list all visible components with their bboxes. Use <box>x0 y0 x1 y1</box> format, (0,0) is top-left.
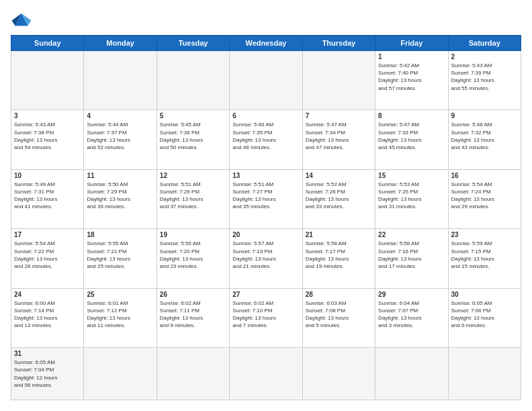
week-row-0: 1Sunrise: 5:42 AM Sunset: 7:40 PM Daylig… <box>11 51 521 110</box>
day-header-tuesday: Tuesday <box>157 36 229 51</box>
day-info: Sunrise: 5:55 AM Sunset: 7:21 PM Dayligh… <box>87 240 153 270</box>
day-info: Sunrise: 5:51 AM Sunset: 7:27 PM Dayligh… <box>232 181 299 211</box>
calendar-cell <box>302 348 375 400</box>
day-number: 21 <box>306 231 372 238</box>
logo <box>11 11 35 30</box>
calendar-cell: 4Sunrise: 5:44 AM Sunset: 7:37 PM Daylig… <box>84 110 157 169</box>
day-info: Sunrise: 5:58 AM Sunset: 7:17 PM Dayligh… <box>306 240 372 270</box>
day-info: Sunrise: 5:45 AM Sunset: 7:36 PM Dayligh… <box>160 121 226 151</box>
day-info: Sunrise: 6:05 AM Sunset: 7:04 PM Dayligh… <box>14 359 81 389</box>
day-info: Sunrise: 5:44 AM Sunset: 7:37 PM Dayligh… <box>87 121 153 151</box>
day-info: Sunrise: 5:56 AM Sunset: 7:20 PM Dayligh… <box>160 240 226 270</box>
day-info: Sunrise: 5:51 AM Sunset: 7:28 PM Dayligh… <box>160 181 226 211</box>
day-info: Sunrise: 5:53 AM Sunset: 7:25 PM Dayligh… <box>378 181 445 211</box>
day-number: 31 <box>14 350 81 357</box>
calendar-cell: 21Sunrise: 5:58 AM Sunset: 7:17 PM Dayli… <box>302 229 375 288</box>
page: SundayMondayTuesdayWednesdayThursdayFrid… <box>0 0 532 411</box>
day-info: Sunrise: 5:43 AM Sunset: 7:38 PM Dayligh… <box>14 121 81 151</box>
header <box>11 11 521 30</box>
calendar-cell <box>375 348 448 400</box>
calendar-cell: 19Sunrise: 5:56 AM Sunset: 7:20 PM Dayli… <box>157 229 229 288</box>
calendar-cell: 14Sunrise: 5:52 AM Sunset: 7:26 PM Dayli… <box>302 169 375 228</box>
calendar-cell: 10Sunrise: 5:49 AM Sunset: 7:31 PM Dayli… <box>11 169 84 228</box>
day-info: Sunrise: 5:47 AM Sunset: 7:34 PM Dayligh… <box>306 121 372 151</box>
calendar-body: 1Sunrise: 5:42 AM Sunset: 7:40 PM Daylig… <box>11 51 521 400</box>
calendar-cell: 3Sunrise: 5:43 AM Sunset: 7:38 PM Daylig… <box>11 110 84 169</box>
day-number: 10 <box>14 172 81 179</box>
day-number: 6 <box>232 112 299 120</box>
day-header-friday: Friday <box>375 36 448 51</box>
calendar-header: SundayMondayTuesdayWednesdayThursdayFrid… <box>11 36 521 51</box>
day-info: Sunrise: 5:50 AM Sunset: 7:29 PM Dayligh… <box>87 181 153 211</box>
calendar-cell <box>11 51 84 110</box>
day-info: Sunrise: 6:02 AM Sunset: 7:10 PM Dayligh… <box>232 300 299 330</box>
day-number: 12 <box>160 172 226 179</box>
days-row: SundayMondayTuesdayWednesdayThursdayFrid… <box>11 36 521 51</box>
day-number: 13 <box>232 172 299 179</box>
calendar-cell: 15Sunrise: 5:53 AM Sunset: 7:25 PM Dayli… <box>375 169 448 228</box>
calendar-cell <box>157 51 229 110</box>
day-info: Sunrise: 6:03 AM Sunset: 7:08 PM Dayligh… <box>306 300 372 330</box>
calendar-cell: 12Sunrise: 5:51 AM Sunset: 7:28 PM Dayli… <box>157 169 229 228</box>
day-info: Sunrise: 5:58 AM Sunset: 7:16 PM Dayligh… <box>378 240 445 270</box>
day-number: 14 <box>306 172 372 179</box>
calendar-cell <box>84 51 157 110</box>
calendar-cell <box>230 51 302 110</box>
week-row-2: 10Sunrise: 5:49 AM Sunset: 7:31 PM Dayli… <box>11 169 521 228</box>
day-number: 30 <box>451 291 518 298</box>
day-number: 26 <box>160 291 226 298</box>
day-info: Sunrise: 6:05 AM Sunset: 7:06 PM Dayligh… <box>451 300 518 330</box>
calendar-cell: 20Sunrise: 5:57 AM Sunset: 7:19 PM Dayli… <box>230 229 302 288</box>
calendar-cell: 27Sunrise: 6:02 AM Sunset: 7:10 PM Dayli… <box>230 288 302 347</box>
calendar-cell: 18Sunrise: 5:55 AM Sunset: 7:21 PM Dayli… <box>84 229 157 288</box>
calendar-cell: 25Sunrise: 6:01 AM Sunset: 7:12 PM Dayli… <box>84 288 157 347</box>
day-number: 23 <box>451 231 518 238</box>
day-number: 3 <box>14 112 81 120</box>
calendar-cell: 29Sunrise: 6:04 AM Sunset: 7:07 PM Dayli… <box>375 288 448 347</box>
day-number: 11 <box>87 172 153 179</box>
day-info: Sunrise: 5:52 AM Sunset: 7:26 PM Dayligh… <box>306 181 372 211</box>
day-number: 28 <box>306 291 372 298</box>
day-info: Sunrise: 5:49 AM Sunset: 7:31 PM Dayligh… <box>14 181 81 211</box>
day-info: Sunrise: 5:46 AM Sunset: 7:35 PM Dayligh… <box>232 121 299 151</box>
day-header-sunday: Sunday <box>11 36 84 51</box>
day-number: 20 <box>232 231 299 238</box>
day-number: 15 <box>378 172 445 179</box>
calendar-cell: 13Sunrise: 5:51 AM Sunset: 7:27 PM Dayli… <box>230 169 302 228</box>
calendar-cell: 23Sunrise: 5:59 AM Sunset: 7:15 PM Dayli… <box>448 229 521 288</box>
week-row-1: 3Sunrise: 5:43 AM Sunset: 7:38 PM Daylig… <box>11 110 521 169</box>
day-info: Sunrise: 5:42 AM Sunset: 7:40 PM Dayligh… <box>378 62 445 92</box>
logo-icon <box>11 11 32 30</box>
day-number: 4 <box>87 112 153 120</box>
calendar-cell: 9Sunrise: 5:48 AM Sunset: 7:32 PM Daylig… <box>448 110 521 169</box>
calendar-cell: 30Sunrise: 6:05 AM Sunset: 7:06 PM Dayli… <box>448 288 521 347</box>
day-number: 2 <box>451 53 518 60</box>
day-info: Sunrise: 5:54 AM Sunset: 7:22 PM Dayligh… <box>14 240 81 270</box>
calendar-cell: 31Sunrise: 6:05 AM Sunset: 7:04 PM Dayli… <box>11 348 84 400</box>
day-number: 8 <box>378 112 445 120</box>
day-info: Sunrise: 6:01 AM Sunset: 7:12 PM Dayligh… <box>87 300 153 330</box>
day-info: Sunrise: 5:43 AM Sunset: 7:39 PM Dayligh… <box>451 62 518 92</box>
calendar-cell: 24Sunrise: 6:00 AM Sunset: 7:14 PM Dayli… <box>11 288 84 347</box>
calendar-cell: 8Sunrise: 5:47 AM Sunset: 7:33 PM Daylig… <box>375 110 448 169</box>
day-info: Sunrise: 5:59 AM Sunset: 7:15 PM Dayligh… <box>451 240 518 270</box>
day-header-wednesday: Wednesday <box>230 36 302 51</box>
day-number: 17 <box>14 231 81 238</box>
calendar-table: SundayMondayTuesdayWednesdayThursdayFrid… <box>11 35 521 400</box>
calendar-cell: 5Sunrise: 5:45 AM Sunset: 7:36 PM Daylig… <box>157 110 229 169</box>
calendar-cell: 2Sunrise: 5:43 AM Sunset: 7:39 PM Daylig… <box>448 51 521 110</box>
week-row-3: 17Sunrise: 5:54 AM Sunset: 7:22 PM Dayli… <box>11 229 521 288</box>
day-number: 1 <box>378 53 445 60</box>
day-info: Sunrise: 5:47 AM Sunset: 7:33 PM Dayligh… <box>378 121 445 151</box>
day-number: 9 <box>451 112 518 120</box>
day-info: Sunrise: 5:48 AM Sunset: 7:32 PM Dayligh… <box>451 121 518 151</box>
day-info: Sunrise: 5:54 AM Sunset: 7:24 PM Dayligh… <box>451 181 518 211</box>
day-info: Sunrise: 5:57 AM Sunset: 7:19 PM Dayligh… <box>232 240 299 270</box>
calendar-cell <box>157 348 229 400</box>
day-header-monday: Monday <box>84 36 157 51</box>
day-header-saturday: Saturday <box>448 36 521 51</box>
calendar-cell: 11Sunrise: 5:50 AM Sunset: 7:29 PM Dayli… <box>84 169 157 228</box>
day-info: Sunrise: 6:02 AM Sunset: 7:11 PM Dayligh… <box>160 300 226 330</box>
day-number: 5 <box>160 112 226 120</box>
calendar-cell: 17Sunrise: 5:54 AM Sunset: 7:22 PM Dayli… <box>11 229 84 288</box>
